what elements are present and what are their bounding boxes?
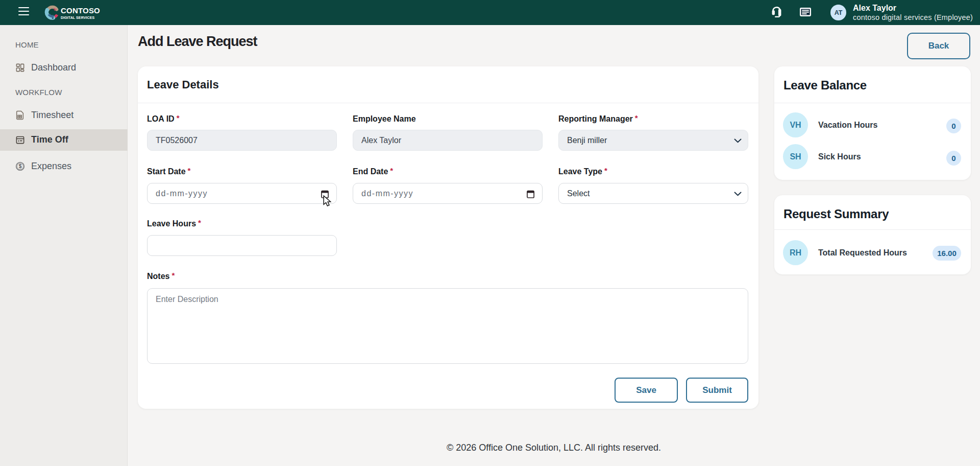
- svg-text:$: $: [19, 164, 22, 169]
